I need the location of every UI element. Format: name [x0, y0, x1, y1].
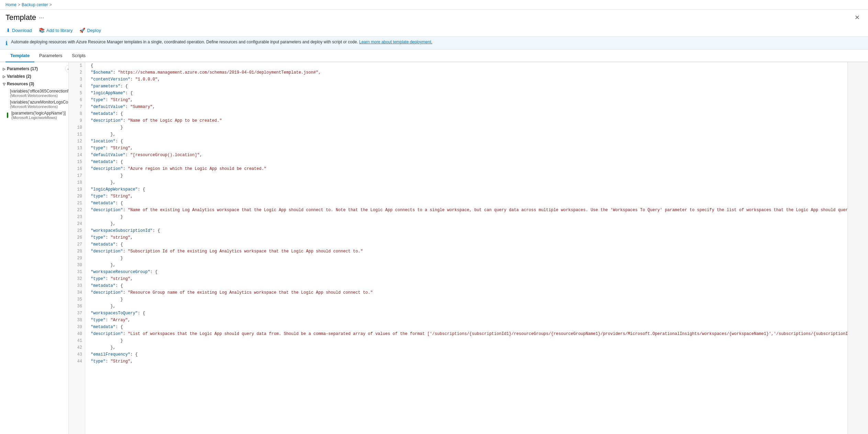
main-content: ◀ ▷ Parameters (17) ▷ Variables (2) ▽ Re…: [0, 62, 868, 434]
breadcrumb-home[interactable]: Home: [5, 2, 16, 7]
library-icon: 📚: [39, 28, 45, 33]
resources-label: Resources (3): [7, 82, 34, 86]
download-icon: ⬇: [6, 28, 10, 33]
breadcrumb-backup-center[interactable]: Backup center: [22, 2, 48, 7]
info-text: Automate deploying resources with Azure …: [11, 40, 432, 44]
page-header: Template ··· ✕: [0, 10, 868, 24]
resources-expand-icon: ▽: [3, 82, 5, 86]
tab-scripts[interactable]: Scripts: [67, 50, 90, 62]
toolbar: ⬇ Download 📚 Add to library 🚀 Deploy: [0, 24, 868, 37]
sidebar-group-resources[interactable]: ▽ Resources (3): [0, 80, 68, 88]
top-bar: Home > Backup center >: [0, 0, 868, 10]
parameters-expand-icon: ▷: [3, 67, 5, 71]
breadcrumb-sep2: >: [49, 2, 52, 7]
breadcrumb: Home > Backup center >: [5, 2, 52, 7]
sidebar: ◀ ▷ Parameters (17) ▷ Variables (2) ▽ Re…: [0, 62, 69, 434]
sidebar-resource-1[interactable]: [variables('azureMonitorLogsConn (Micros…: [0, 99, 68, 110]
page-more-options[interactable]: ···: [39, 14, 44, 21]
variables-label: Variables (2): [7, 74, 31, 79]
info-link[interactable]: Learn more about template deployment.: [359, 40, 432, 44]
line-numbers: 1234567891011121314151617181920212223242…: [69, 62, 85, 434]
deploy-icon: 🚀: [79, 28, 85, 33]
resource-sub-0: (Microsoft.Web/connections): [10, 94, 69, 98]
info-icon: ℹ: [5, 40, 8, 46]
code-content: { "$schema": "https://schema.management.…: [85, 62, 847, 434]
breadcrumb-sep1: >: [18, 2, 20, 7]
variables-expand-icon: ▷: [3, 75, 5, 78]
parameters-label: Parameters (17): [7, 66, 38, 71]
code-editor[interactable]: 1234567891011121314151617181920212223242…: [69, 62, 847, 434]
resource-label-2: [parameters('logicAppName')]: [11, 111, 66, 116]
logic-workflow-icon: [7, 112, 8, 118]
minimap: [847, 62, 868, 434]
tab-parameters[interactable]: Parameters: [34, 50, 67, 62]
sidebar-resource-2[interactable]: [parameters('logicAppName')] (Microsoft.…: [0, 110, 68, 121]
resource-sub-1: (Microsoft.Web/connections): [10, 105, 69, 109]
resource-label-0: [variables('office365ConnectionNa: [10, 89, 69, 94]
close-button[interactable]: ✕: [852, 12, 863, 23]
page-title: Template: [5, 13, 36, 22]
deploy-button[interactable]: 🚀 Deploy: [79, 26, 101, 34]
sidebar-resource-0[interactable]: [variables('office365ConnectionNa (Micro…: [0, 88, 68, 99]
info-banner: ℹ Automate deploying resources with Azur…: [0, 37, 868, 50]
add-to-library-button[interactable]: 📚 Add to library: [38, 26, 74, 34]
download-button[interactable]: ⬇ Download: [5, 26, 33, 34]
resource-sub-2: (Microsoft.Logic/workflows): [11, 116, 66, 120]
tab-template[interactable]: Template: [5, 50, 34, 62]
resource-label-1: [variables('azureMonitorLogsConn: [10, 100, 69, 105]
tabs-bar: Template Parameters Scripts: [0, 50, 868, 62]
editor-area: 1234567891011121314151617181920212223242…: [69, 62, 847, 434]
sidebar-group-parameters[interactable]: ▷ Parameters (17): [0, 65, 68, 73]
sidebar-group-variables[interactable]: ▷ Variables (2): [0, 73, 68, 80]
